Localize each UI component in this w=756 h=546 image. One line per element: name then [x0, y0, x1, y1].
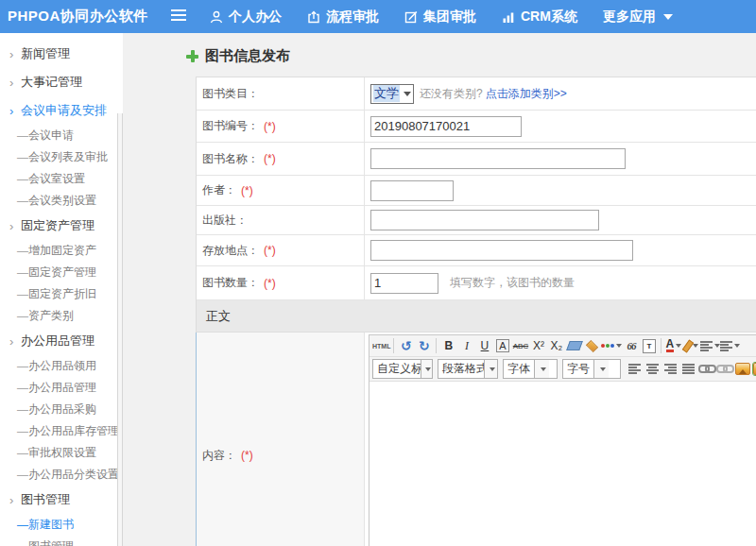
subscript-icon[interactable]: X₂	[547, 337, 565, 354]
field-label: 图书编号：	[202, 118, 259, 134]
top-navigation: 个人办公 流程审批 集团审批 CRM系统 更多应用	[210, 0, 673, 33]
blockquote-icon[interactable]: 66	[622, 337, 640, 354]
redo-icon[interactable]: ↻	[415, 337, 433, 354]
form-row-publisher: 出版社：	[197, 206, 756, 235]
chevron-right-icon: ›	[9, 494, 21, 506]
sidebar-item-asset-depreciation[interactable]: —固定资产折旧	[0, 283, 117, 305]
sidebar-item-meeting[interactable]: ›会议申请及安排	[0, 96, 117, 125]
editor-content-area[interactable]	[369, 382, 756, 546]
align-right-icon	[664, 364, 677, 374]
nav-more-apps[interactable]: 更多应用	[603, 9, 673, 26]
nav-workflow-approval[interactable]: 流程审批	[307, 9, 379, 26]
dash-icon: —	[17, 383, 28, 394]
dash-icon: —	[17, 246, 28, 257]
dropdown-caret-icon	[693, 344, 698, 348]
field-label: 图书类目：	[202, 86, 259, 102]
nav-crm-system[interactable]: CRM系统	[502, 9, 577, 26]
field-label: 内容：	[202, 448, 236, 464]
dash-icon: —	[17, 361, 28, 372]
font-size-select[interactable]: 字号	[562, 359, 621, 379]
required-mark: (*)	[241, 449, 253, 462]
required-mark: (*)	[264, 277, 276, 290]
sidebar-item-meeting-room[interactable]: —会议室设置	[0, 168, 117, 190]
form-row-quantity: 图书数量：(*) 填写数字，该图书的数量	[197, 266, 756, 300]
sidebar-item-new-book[interactable]: —新建图书	[0, 514, 117, 536]
sidebar-item-add-asset[interactable]: —增加固定资产	[0, 240, 117, 262]
dropdown-caret-icon	[541, 367, 546, 371]
plus-icon	[186, 50, 198, 62]
field-label: 图书数量：	[202, 275, 259, 291]
toolbar-separator	[393, 338, 394, 353]
sidebar-item-events[interactable]: ›大事记管理	[0, 68, 117, 96]
sidebar-item-fixed-assets[interactable]: ›固定资产管理	[0, 212, 117, 240]
dash-icon: —	[17, 404, 28, 416]
required-mark: (*)	[264, 120, 276, 133]
font-family-select[interactable]: 字体	[503, 359, 558, 379]
hamburger-menu-icon[interactable]	[171, 9, 186, 23]
book-name-input[interactable]	[370, 148, 626, 169]
sidebar-item-office-supplies[interactable]: ›办公用品管理	[0, 327, 117, 355]
book-no-input[interactable]	[370, 116, 522, 137]
custom-heading-select[interactable]: 自定义标题	[372, 359, 433, 379]
paragraph-format-select[interactable]: 段落格式	[438, 359, 498, 379]
dropdown-caret-icon	[676, 344, 681, 348]
dropdown-caret-icon	[600, 367, 606, 371]
location-input[interactable]	[370, 240, 633, 261]
sidebar-item-supplies-stock[interactable]: —办公用品库存管理	[0, 420, 117, 442]
dash-icon: —	[17, 520, 28, 531]
unlink-icon	[716, 365, 732, 373]
nav-personal-office[interactable]: 个人办公	[210, 9, 282, 26]
compose-icon	[404, 10, 418, 24]
dash-icon: —	[17, 174, 28, 185]
section-header-body: 正文	[197, 300, 756, 333]
unordered-list-icon	[720, 341, 732, 351]
underline-icon[interactable]: U	[475, 337, 493, 354]
workflow-icon	[307, 10, 320, 24]
align-left-icon	[628, 364, 641, 374]
page-title: 图书信息发布	[186, 47, 290, 65]
toolbar-separator	[661, 338, 662, 353]
sidebar: ›新闻管理 ›大事记管理 ›会议申请及安排 —会议申请 —会议列表及审批 —会议…	[0, 33, 117, 546]
sidebar-item-books[interactable]: ›图书管理	[0, 486, 117, 514]
dropdown-caret-icon	[425, 367, 431, 371]
field-label: 出版社：	[202, 213, 248, 229]
dash-icon: —	[17, 448, 28, 459]
form-row-book-no: 图书编号：(*)	[197, 111, 756, 143]
sidebar-item-meeting-apply[interactable]: —会议申请	[0, 125, 117, 146]
source-icon[interactable]: HTML	[372, 337, 390, 354]
italic-icon[interactable]: I	[457, 337, 475, 354]
publisher-input[interactable]	[370, 210, 599, 230]
nav-group-approval[interactable]: 集团审批	[404, 9, 476, 26]
chevron-right-icon: ›	[9, 77, 21, 89]
author-input[interactable]	[370, 180, 454, 201]
strikethrough-icon[interactable]: ABC	[511, 337, 529, 354]
sidebar-item-supplies-purchase[interactable]: —办公用品采购	[0, 399, 117, 420]
quantity-input[interactable]	[370, 273, 438, 294]
sidebar-item-supplies-category[interactable]: —办公用品分类设置	[0, 464, 117, 486]
sidebar-item-supplies-manage[interactable]: —办公用品管理	[0, 377, 117, 399]
align-justify-icon	[682, 364, 695, 374]
sidebar-item-meeting-list[interactable]: —会议列表及审批	[0, 146, 117, 168]
undo-icon[interactable]: ↺	[397, 337, 415, 354]
bold-icon[interactable]: B	[439, 337, 457, 354]
add-category-link[interactable]: 点击添加类别>>	[486, 86, 567, 102]
paste-text-icon: T	[643, 339, 656, 353]
category-select[interactable]: 文学	[370, 84, 414, 104]
sidebar-item-book-manage[interactable]: —图书管理	[0, 536, 117, 546]
superscript-icon[interactable]: X²	[529, 337, 547, 354]
font-box-icon[interactable]: A	[496, 339, 508, 352]
book-form: 图书类目： 文学 还没有类别? 点击添加类别>> 图书编号：(*) 图书名称：(…	[196, 77, 756, 546]
chevron-right-icon: ›	[9, 105, 21, 117]
sidebar-item-approval-permission[interactable]: —审批权限设置	[0, 442, 117, 464]
sidebar-item-meeting-category[interactable]: —会议类别设置	[0, 190, 117, 212]
dash-icon: —	[17, 469, 28, 481]
sidebar-item-asset-category[interactable]: —资产类别	[0, 305, 117, 327]
chevron-right-icon: ›	[9, 335, 21, 348]
app-logo[interactable]: PHPOA协同办公软件	[8, 8, 148, 26]
sidebar-item-news[interactable]: ›新闻管理	[0, 40, 117, 68]
sidebar-item-asset-manage[interactable]: —固定资产管理	[0, 262, 117, 283]
topbar: PHPOA协同办公软件 个人办公 流程审批 集团审批 CRM系统 更多应用	[0, 0, 756, 33]
sidebar-item-supplies-claim[interactable]: —办公用品领用	[0, 355, 117, 377]
media-icon	[753, 363, 756, 375]
person-icon	[210, 10, 223, 24]
